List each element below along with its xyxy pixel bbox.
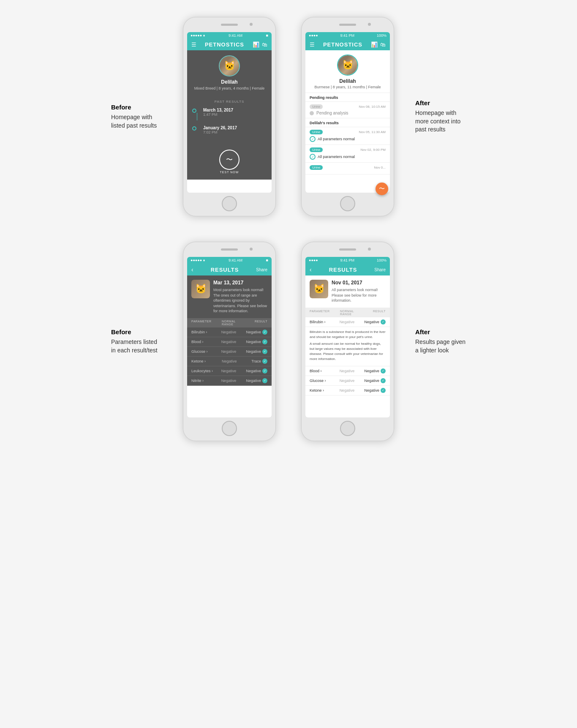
home-button-3[interactable] (222, 421, 237, 436)
param-row-ketone-before[interactable]: Ketone › Negative Trace ✓ (187, 357, 272, 366)
bilirubin-result-after: Negative ✓ (364, 319, 386, 324)
status-bar-2: ●●●● 9:41 PM 100% (305, 32, 390, 39)
phone-speaker-2 (339, 24, 356, 26)
row-results: Before Parameters listed in each result/… (0, 242, 577, 441)
check-icon-2: ✓ (310, 154, 316, 160)
test-now-button-1[interactable]: 〜 (219, 150, 240, 170)
home-button-1[interactable] (222, 196, 237, 211)
param-row-nitrite-before[interactable]: Nitrite › Negative Negative ✓ (187, 376, 272, 386)
phone-top-4 (305, 247, 390, 254)
results-hero-3: 🐱 Mar 13, 2017 Most parameters look norm… (187, 275, 272, 318)
results-desc-4: All parameters look normal! Please see b… (332, 287, 386, 303)
after-home-screen: ●●●● 9:41 PM 100% ☰ PETNOSTICS 📊 🛍 🐱 De (305, 32, 390, 193)
results-hero-4: 🐱 Nov 01, 2017 All parameters look norma… (305, 275, 390, 308)
params-header-4: PARAMETER NORMAL RANGE RESULT (305, 308, 390, 317)
pending-date-1: Nov 08, 10:15 AM (359, 105, 386, 109)
phone-bottom-2 (305, 196, 390, 211)
bilirubin-range-after: Negative (340, 320, 365, 324)
after-home-phone-wrap: ●●●● 9:41 PM 100% ☰ PETNOSTICS 📊 🛍 🐱 De (288, 17, 407, 216)
param-row-glucose-before[interactable]: Glucose › Negative Negative ✓ (187, 347, 272, 357)
pet-name-1: Delilah (191, 79, 267, 85)
result-item-1[interactable]: March 13, 2017 1:47 PM (187, 105, 272, 123)
check-leukocytes-before: ✓ (262, 368, 267, 374)
check-nitrite-before: ✓ (262, 378, 267, 383)
result-light-3[interactable]: Urine Nov 0... (305, 163, 390, 175)
col-range-4: NORMAL RANGE (340, 310, 365, 316)
phone-bottom-4 (305, 421, 390, 436)
col-result-4: RESULT (365, 310, 386, 316)
results-header-4: ‹ RESULTS Share (305, 264, 390, 275)
check-ketone-after: ✓ (381, 388, 386, 393)
after-home-label: After Homepage with more context into pa… (407, 99, 474, 134)
param-row-blood-after[interactable]: Blood › Negative Negative ✓ (305, 366, 390, 376)
status-bar-1: ●●●●● ♦ 9:41 AM ■ (187, 32, 272, 39)
phone-camera-4 (368, 248, 371, 251)
result-light-2[interactable]: Urine Nov 02, 9:00 PM ✓ All parameters n… (305, 145, 390, 163)
result-check-1: ✓ All parameters normal (310, 136, 386, 142)
result-connector-2 (192, 125, 200, 131)
app-header-1: ☰ PETNOSTICS 📊 🛍 (187, 39, 272, 50)
results-hero-text-3: Mar 13, 2017 Most parameters look normal… (213, 280, 267, 314)
result-light-row-top-3: Urine Nov 0... (310, 165, 386, 170)
col-range-3: NORMAL RANGE (222, 320, 247, 326)
back-button-3[interactable]: ‹ (191, 266, 193, 273)
check-bilirubin-before: ✓ (262, 330, 267, 335)
avatar-1: 🐱 (219, 55, 240, 76)
pending-dot-1 (310, 111, 314, 115)
param-row-glucose-after[interactable]: Glucose › Negative Negative ✓ (305, 376, 390, 386)
pet-name-2: Delilah (310, 78, 386, 84)
before-results-phone: ●●●●● ♦ 9:41 AM ■ ‹ RESULTS Share 🐱 Mar … (183, 242, 276, 441)
share-button-4[interactable]: Share (374, 267, 386, 272)
pet-info-2: Burmese | 8 years, 11 months | Female (310, 85, 386, 89)
result-line-1 (197, 113, 197, 120)
share-button-3[interactable]: Share (256, 267, 267, 272)
result-date-light-2: Nov 02, 9:00 PM (360, 148, 386, 152)
pending-item-1: Urine Nov 08, 10:15 AM Pending analysis (305, 102, 390, 118)
results-avatar-4: 🐱 (310, 280, 328, 298)
phone-camera-2 (368, 23, 371, 26)
result-item-2[interactable]: January 26, 2017 7:02 PM (187, 123, 272, 137)
after-results-title: After (415, 328, 466, 335)
result-light-1[interactable]: Urine Nov 05, 11:30 AM ✓ All parameters … (305, 127, 390, 145)
result-text-2: January 26, 2017 7:02 PM (203, 125, 237, 134)
phone-top-2 (305, 22, 390, 30)
param-row-blood-before[interactable]: Blood › Negative Negative ✓ (187, 337, 272, 347)
result-dot-2 (192, 126, 196, 131)
phone-camera-3 (250, 248, 253, 251)
home-button-2[interactable] (340, 196, 355, 211)
results-title-3: RESULTS (211, 267, 239, 273)
param-row-bilirubin-before[interactable]: Bilirubin › Negative Negative ✓ (187, 327, 272, 337)
result-date-light-3: Nov 0... (374, 166, 386, 169)
before-home-title: Before (111, 104, 162, 111)
pending-analysis-1: Pending analysis (310, 111, 386, 115)
pending-row-1: Urine Nov 08, 10:15 AM (310, 104, 386, 109)
bag-icon-2[interactable]: 🛍 (380, 41, 386, 48)
home-button-4[interactable] (340, 421, 355, 436)
results-header-3: ‹ RESULTS Share (187, 264, 272, 275)
param-row-ketone-after[interactable]: Ketone › Negative Negative ✓ (305, 386, 390, 395)
param-row-bilirubin-after[interactable]: Bilirubin › Negative Negative ✓ (305, 317, 390, 327)
check-bilirubin-after: ✓ (381, 319, 386, 324)
after-results-label: After Results page given a lighter look (407, 328, 474, 354)
cat-image-1: 🐱 (220, 56, 239, 76)
before-home-phone-wrap: ●●●●● ♦ 9:41 AM ■ ☰ PETNOSTICS 📊 🛍 🐱 De (170, 17, 288, 216)
phone-camera-1 (250, 23, 253, 26)
bilirubin-desc-2: A small amount can be normal for healthy… (310, 341, 386, 362)
delilah-section-label: Delilah's results (305, 118, 390, 127)
result-date-1: March 13, 2017 (203, 108, 233, 112)
chart-icon-2[interactable]: 📊 (371, 41, 378, 48)
chart-icon-1[interactable]: 📊 (253, 41, 259, 48)
menu-icon-2[interactable]: ☰ (310, 41, 315, 48)
before-home-screen: ●●●●● ♦ 9:41 AM ■ ☰ PETNOSTICS 📊 🛍 🐱 De (187, 32, 272, 193)
back-button-4[interactable]: ‹ (310, 266, 312, 273)
check-blood-before: ✓ (262, 339, 267, 344)
param-row-leukocytes-before[interactable]: Leukocytes › Negative Negative ✓ (187, 366, 272, 376)
params-header-3: PARAMETER NORMAL RANGE RESULT (187, 318, 272, 327)
app-header-2: ☰ PETNOSTICS 📊 🛍 (305, 39, 390, 50)
after-results-phone-wrap: ●●●● 9:41 PM 100% ‹ RESULTS Share 🐱 Nov … (288, 242, 407, 441)
check-glucose-before: ✓ (262, 349, 267, 354)
menu-icon-1[interactable]: ☰ (191, 41, 196, 48)
after-home-phone: ●●●● 9:41 PM 100% ☰ PETNOSTICS 📊 🛍 🐱 De (301, 17, 394, 216)
fab-button[interactable]: 〜 (376, 183, 388, 195)
bag-icon-1[interactable]: 🛍 (262, 41, 267, 48)
